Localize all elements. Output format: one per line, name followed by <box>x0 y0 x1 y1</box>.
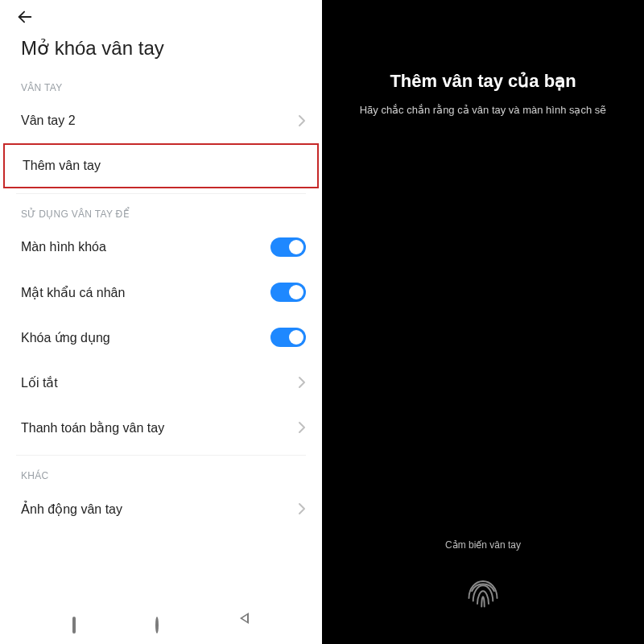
section-label-use-for: SỬ DỤNG VÂN TAY ĐỂ <box>0 200 322 225</box>
divider <box>16 193 306 194</box>
link-row-shortcut[interactable]: Lối tắt <box>0 360 322 405</box>
settings-screen: Mở khóa vân tay VÂN TAY Vân tay 2 Thêm v… <box>0 0 322 644</box>
divider <box>16 455 306 456</box>
section-label-fingerprint: VÂN TAY <box>0 74 322 98</box>
link-label: Lối tắt <box>21 375 58 390</box>
sensor-label: Cảm biến vân tay <box>322 539 644 551</box>
page-title: Mở khóa vân tay <box>0 26 322 74</box>
add-fingerprint-screen: Thêm vân tay của bạn Hãy chắc chắn rằng … <box>322 0 644 644</box>
toggle-label: Mật khẩu cá nhân <box>21 285 125 300</box>
back-arrow-icon[interactable] <box>16 8 309 26</box>
nav-recents-button[interactable] <box>72 618 76 633</box>
fingerprint-icon[interactable] <box>460 570 506 615</box>
link-row-fingerprint-animation[interactable]: Ảnh động vân tay <box>0 486 322 531</box>
nav-home-button[interactable] <box>155 618 159 633</box>
toggle-label: Màn hình khóa <box>21 240 106 254</box>
android-navbar <box>0 612 322 644</box>
link-label: Thanh toán bằng vân tay <box>21 420 164 436</box>
toggle-row-lockscreen: Màn hình khóa <box>0 225 322 270</box>
triangle-icon <box>238 611 250 639</box>
circle-icon <box>155 617 159 634</box>
toggle-app-lock[interactable] <box>270 328 306 347</box>
add-fingerprint-label: Thêm vân tay <box>23 159 101 173</box>
header-row <box>0 0 322 26</box>
fingerprint-item-fingerprint2[interactable]: Vân tay 2 <box>0 98 322 143</box>
toggle-lockscreen[interactable] <box>270 237 306 257</box>
chevron-right-icon <box>298 421 306 434</box>
fingerprint-item-label: Vân tay 2 <box>21 114 76 128</box>
square-icon <box>72 617 76 634</box>
add-fingerprint-title: Thêm vân tay của bạn <box>374 71 592 92</box>
toggle-label: Khóa ứng dụng <box>21 330 110 345</box>
chevron-right-icon <box>298 114 306 127</box>
nav-back-button[interactable] <box>238 618 250 633</box>
add-fingerprint-button[interactable]: Thêm vân tay <box>3 143 319 188</box>
link-row-fingerprint-payment[interactable]: Thanh toán bằng vân tay <box>0 405 322 450</box>
toggle-private-password[interactable] <box>270 283 306 302</box>
chevron-right-icon <box>298 376 306 389</box>
chevron-right-icon <box>298 502 306 515</box>
link-label: Ảnh động vân tay <box>21 502 122 517</box>
toggle-row-app-lock: Khóa ứng dụng <box>0 315 322 360</box>
toggle-row-private-password: Mật khẩu cá nhân <box>0 270 322 315</box>
add-fingerprint-subtitle: Hãy chắc chắn rằng cả vân tay và màn hìn… <box>341 103 626 118</box>
section-label-other: KHÁC <box>0 462 322 486</box>
